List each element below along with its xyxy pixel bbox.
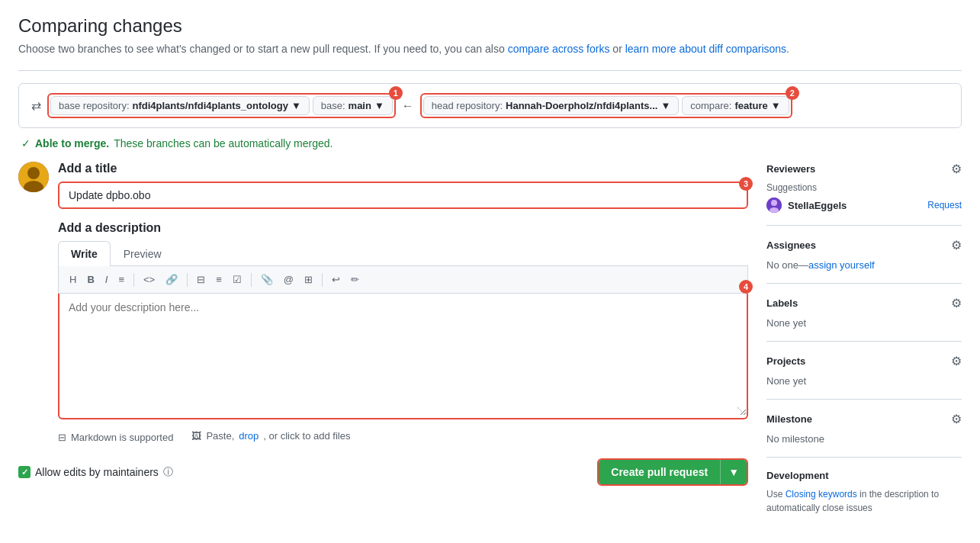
markdown-hint: ⊟ Markdown is supported xyxy=(58,432,173,443)
toolbar-row: H B I ≡ <> 🔗 ⊟ ≡ ☑ xyxy=(58,266,748,294)
labels-title: Labels xyxy=(766,297,798,309)
tab-preview[interactable]: Preview xyxy=(111,241,175,266)
labels-section: Labels ⚙ None yet xyxy=(766,283,962,341)
assignees-gear-icon[interactable]: ⚙ xyxy=(951,238,962,252)
reviewers-header: Reviewers ⚙ xyxy=(766,162,962,176)
compare-branch-button[interactable]: compare: feature ▼ xyxy=(682,96,789,115)
create-pull-request-button[interactable]: Create pull request xyxy=(599,460,720,484)
toolbar-divider-2 xyxy=(187,273,188,287)
projects-section: Projects ⚙ None yet xyxy=(766,341,962,399)
diff-comparisons-link[interactable]: learn more about diff comparisons xyxy=(625,43,786,55)
compare-icon: ⇄ xyxy=(31,98,41,113)
title-input[interactable] xyxy=(59,183,747,207)
badge-2: 2 xyxy=(786,86,799,100)
labels-gear-icon[interactable]: ⚙ xyxy=(951,296,962,310)
author-row: Add a title 3 Add a description Write Pr… xyxy=(18,162,748,443)
add-title-label: Add a title xyxy=(58,162,748,175)
dev-text: Use Closing keywords in the description … xyxy=(766,487,962,515)
projects-header: Projects ⚙ xyxy=(766,354,962,368)
milestone-none: No milestone xyxy=(766,433,824,445)
tab-write[interactable]: Write xyxy=(58,241,111,266)
drop-link[interactable]: drop xyxy=(239,430,259,442)
projects-gear-icon[interactable]: ⚙ xyxy=(951,354,962,368)
toolbar-task[interactable]: ☑ xyxy=(228,271,246,288)
projects-title: Projects xyxy=(766,355,805,367)
labels-header: Labels ⚙ xyxy=(766,296,962,310)
svg-point-1 xyxy=(27,167,40,179)
milestone-gear-icon[interactable]: ⚙ xyxy=(951,412,962,426)
allow-edits: Allow edits by maintainers ⓘ xyxy=(18,465,173,479)
compare-forks-link[interactable]: compare across forks xyxy=(508,43,610,55)
labels-none: None yet xyxy=(766,317,806,329)
toolbar-mention[interactable]: @ xyxy=(279,271,298,288)
request-link[interactable]: Request xyxy=(927,200,962,210)
toolbar-italic[interactable]: I xyxy=(101,271,113,288)
toolbar-divider-3 xyxy=(251,273,252,287)
check-icon: ✓ xyxy=(21,137,31,149)
reviewers-section: Reviewers ⚙ Suggestions xyxy=(766,162,962,225)
reviewer-row: StellaEggels Request xyxy=(766,198,962,213)
head-repo-group: head repository: Hannah-Doerpholz/nfdi4p… xyxy=(420,93,792,118)
base-branch-button[interactable]: base: main ▼ xyxy=(313,96,393,115)
editor-container: Write Preview H B I ≡ <> 🔗 xyxy=(58,241,748,419)
create-btn-group: Create pull request ▼ xyxy=(597,458,748,486)
assignees-none: No one— xyxy=(766,259,808,271)
assign-yourself-link[interactable]: assign yourself xyxy=(808,259,875,271)
badge-1: 1 xyxy=(389,86,403,100)
toolbar-attach[interactable]: 📎 xyxy=(256,271,278,288)
merge-status: ✓ Able to merge. These branches can be a… xyxy=(18,137,962,149)
base-repo-button[interactable]: base repository: nfdi4plants/nfdi4plants… xyxy=(50,96,310,115)
base-repo-group: base repository: nfdi4plants/nfdi4plants… xyxy=(47,93,396,118)
toolbar-edit[interactable]: ✏ xyxy=(346,271,364,288)
toolbar-ref[interactable]: ⊞ xyxy=(300,271,317,288)
projects-none: None yet xyxy=(766,375,806,387)
desc-textarea[interactable] xyxy=(59,294,747,416)
assignees-title: Assignees xyxy=(766,239,816,251)
allow-edits-checkbox[interactable] xyxy=(18,466,31,478)
reviewer-info: StellaEggels xyxy=(766,198,847,213)
allow-edits-label: Allow edits by maintainers xyxy=(35,466,159,478)
toolbar-code[interactable]: <> xyxy=(139,271,159,288)
arrow-icon: ← xyxy=(402,99,414,113)
development-title: Development xyxy=(766,470,829,481)
file-hint: 🖼 Paste, drop , or click to add files xyxy=(191,429,350,443)
toolbar-bold[interactable]: B xyxy=(82,271,98,288)
development-section: Development Use Closing keywords in the … xyxy=(766,457,962,527)
development-header: Development xyxy=(766,470,962,481)
create-dropdown-button[interactable]: ▼ xyxy=(720,460,747,484)
resize-handle: ⤡ xyxy=(736,404,744,415)
toolbar-undo[interactable]: ↩ xyxy=(327,271,345,288)
head-repo-button[interactable]: head repository: Hannah-Doerpholz/nfdi4p… xyxy=(423,96,679,115)
svg-point-4 xyxy=(771,200,777,206)
badge-4: 4 xyxy=(739,280,753,294)
compare-row: ⇄ base repository: nfdi4plants/nfdi4plan… xyxy=(18,83,962,128)
editor-tabs: Write Preview xyxy=(58,241,748,266)
milestone-title: Milestone xyxy=(766,413,812,425)
base-repo-select-group: base repository: nfdi4plants/nfdi4plants… xyxy=(47,93,396,118)
reviewer-name: StellaEggels xyxy=(788,200,847,211)
toolbar-divider-4 xyxy=(322,273,323,287)
toolbar-list[interactable]: ≡ xyxy=(114,271,129,288)
milestone-header: Milestone ⚙ xyxy=(766,412,962,426)
desc-textarea-wrap: ⤡ 4 xyxy=(58,294,748,419)
toolbar-link[interactable]: 🔗 xyxy=(161,271,182,288)
reviewer-avatar xyxy=(766,198,782,213)
toolbar-numbered[interactable]: ≡ xyxy=(211,271,227,288)
reviewers-hint: Suggestions xyxy=(766,182,962,193)
form-content: Add a title 3 Add a description Write Pr… xyxy=(58,162,748,443)
divider xyxy=(18,70,962,71)
form-area: Add a title 3 Add a description Write Pr… xyxy=(18,162,748,527)
toolbar-heading[interactable]: H xyxy=(65,271,81,288)
toolbar-divider-1 xyxy=(133,273,134,287)
add-desc-label: Add a description xyxy=(58,221,748,235)
closing-keywords-link[interactable]: Closing keywords xyxy=(786,489,857,500)
badge-3: 3 xyxy=(739,177,753,191)
toolbar-bullet[interactable]: ⊟ xyxy=(192,271,210,288)
assignees-section: Assignees ⚙ No one—assign yourself xyxy=(766,225,962,283)
title-input-wrap: 3 xyxy=(58,182,748,209)
main-layout: Add a title 3 Add a description Write Pr… xyxy=(18,162,962,527)
hints-row: ⊟ Markdown is supported 🖼 Paste, drop , … xyxy=(58,426,748,443)
help-icon[interactable]: ⓘ xyxy=(163,465,173,479)
reviewers-gear-icon[interactable]: ⚙ xyxy=(951,162,962,176)
footer-row: Allow edits by maintainers ⓘ Create pull… xyxy=(18,449,748,495)
